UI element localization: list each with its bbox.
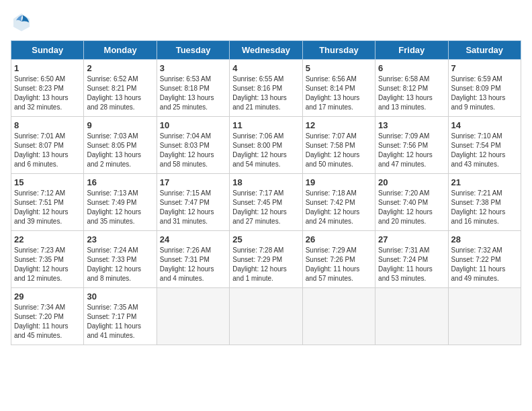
cell-info: Sunrise: 6:55 AMSunset: 8:16 PMDaylight:… bbox=[232, 75, 299, 112]
day-cell: 26Sunrise: 7:29 AMSunset: 7:26 PMDayligh… bbox=[302, 231, 375, 288]
day-number: 6 bbox=[378, 63, 445, 73]
day-cell: 18Sunrise: 7:17 AMSunset: 7:45 PMDayligh… bbox=[230, 174, 302, 231]
page-header bbox=[11, 11, 521, 32]
cell-info: Sunrise: 7:01 AMSunset: 8:07 PMDaylight:… bbox=[14, 132, 81, 169]
cell-info: Sunrise: 7:04 AMSunset: 8:03 PMDaylight:… bbox=[160, 132, 226, 169]
day-number: 17 bbox=[160, 177, 226, 187]
col-header-saturday: Saturday bbox=[448, 41, 521, 60]
cell-info: Sunrise: 7:07 AMSunset: 7:58 PMDaylight:… bbox=[306, 132, 372, 169]
week-row-4: 22Sunrise: 7:23 AMSunset: 7:35 PMDayligh… bbox=[11, 231, 521, 288]
day-cell: 28Sunrise: 7:32 AMSunset: 7:22 PMDayligh… bbox=[448, 231, 521, 288]
cell-info: Sunrise: 7:06 AMSunset: 8:00 PMDaylight:… bbox=[232, 132, 299, 169]
day-cell: 5Sunrise: 6:56 AMSunset: 8:14 PMDaylight… bbox=[302, 60, 375, 117]
day-cell: 16Sunrise: 7:13 AMSunset: 7:49 PMDayligh… bbox=[84, 174, 157, 231]
day-cell: 12Sunrise: 7:07 AMSunset: 7:58 PMDayligh… bbox=[302, 117, 375, 174]
logo bbox=[11, 11, 35, 32]
week-row-1: 1Sunrise: 6:50 AMSunset: 8:23 PMDaylight… bbox=[11, 60, 521, 117]
day-cell: 3Sunrise: 6:53 AMSunset: 8:18 PMDaylight… bbox=[157, 60, 229, 117]
day-number: 8 bbox=[14, 120, 81, 130]
day-cell: 14Sunrise: 7:10 AMSunset: 7:54 PMDayligh… bbox=[448, 117, 521, 174]
day-number: 14 bbox=[451, 120, 518, 130]
day-cell: 29Sunrise: 7:34 AMSunset: 7:20 PMDayligh… bbox=[11, 288, 84, 345]
cell-info: Sunrise: 6:58 AMSunset: 8:12 PMDaylight:… bbox=[378, 75, 445, 112]
day-number: 19 bbox=[306, 177, 372, 187]
day-number: 20 bbox=[378, 177, 445, 187]
day-number: 4 bbox=[232, 63, 299, 73]
day-cell: 13Sunrise: 7:09 AMSunset: 7:56 PMDayligh… bbox=[375, 117, 448, 174]
col-header-sunday: Sunday bbox=[11, 41, 84, 60]
day-cell: 25Sunrise: 7:28 AMSunset: 7:29 PMDayligh… bbox=[230, 231, 302, 288]
cell-info: Sunrise: 7:35 AMSunset: 7:17 PMDaylight:… bbox=[87, 303, 153, 340]
day-number: 23 bbox=[87, 234, 153, 244]
day-cell: 23Sunrise: 7:24 AMSunset: 7:33 PMDayligh… bbox=[84, 231, 157, 288]
week-row-3: 15Sunrise: 7:12 AMSunset: 7:51 PMDayligh… bbox=[11, 174, 521, 231]
cell-info: Sunrise: 6:59 AMSunset: 8:09 PMDaylight:… bbox=[451, 75, 518, 112]
cell-info: Sunrise: 7:31 AMSunset: 7:24 PMDaylight:… bbox=[378, 246, 445, 283]
week-row-5: 29Sunrise: 7:34 AMSunset: 7:20 PMDayligh… bbox=[11, 288, 521, 345]
day-number: 2 bbox=[87, 63, 153, 73]
cell-info: Sunrise: 7:03 AMSunset: 8:05 PMDaylight:… bbox=[87, 132, 153, 169]
day-cell: 15Sunrise: 7:12 AMSunset: 7:51 PMDayligh… bbox=[11, 174, 84, 231]
week-row-2: 8Sunrise: 7:01 AMSunset: 8:07 PMDaylight… bbox=[11, 117, 521, 174]
col-header-monday: Monday bbox=[84, 41, 157, 60]
cell-info: Sunrise: 7:18 AMSunset: 7:42 PMDaylight:… bbox=[306, 189, 372, 226]
col-header-friday: Friday bbox=[375, 41, 448, 60]
day-number: 27 bbox=[378, 234, 445, 244]
cell-info: Sunrise: 7:13 AMSunset: 7:49 PMDaylight:… bbox=[87, 189, 153, 226]
day-number: 7 bbox=[451, 63, 518, 73]
day-number: 22 bbox=[14, 234, 81, 244]
day-cell: 17Sunrise: 7:15 AMSunset: 7:47 PMDayligh… bbox=[157, 174, 229, 231]
day-cell: 6Sunrise: 6:58 AMSunset: 8:12 PMDaylight… bbox=[375, 60, 448, 117]
cell-info: Sunrise: 7:12 AMSunset: 7:51 PMDaylight:… bbox=[14, 189, 81, 226]
day-cell: 21Sunrise: 7:21 AMSunset: 7:38 PMDayligh… bbox=[448, 174, 521, 231]
day-cell: 4Sunrise: 6:55 AMSunset: 8:16 PMDaylight… bbox=[230, 60, 302, 117]
cell-info: Sunrise: 7:23 AMSunset: 7:35 PMDaylight:… bbox=[14, 246, 81, 283]
day-cell: 27Sunrise: 7:31 AMSunset: 7:24 PMDayligh… bbox=[375, 231, 448, 288]
day-number: 25 bbox=[232, 234, 299, 244]
cell-info: Sunrise: 7:28 AMSunset: 7:29 PMDaylight:… bbox=[232, 246, 299, 283]
cell-info: Sunrise: 7:17 AMSunset: 7:45 PMDaylight:… bbox=[232, 189, 299, 226]
day-cell: 2Sunrise: 6:52 AMSunset: 8:21 PMDaylight… bbox=[84, 60, 157, 117]
day-number: 18 bbox=[232, 177, 299, 187]
day-cell: 8Sunrise: 7:01 AMSunset: 8:07 PMDaylight… bbox=[11, 117, 84, 174]
day-cell bbox=[302, 288, 375, 345]
logo-icon bbox=[11, 11, 32, 32]
day-cell: 10Sunrise: 7:04 AMSunset: 8:03 PMDayligh… bbox=[157, 117, 229, 174]
cell-info: Sunrise: 7:09 AMSunset: 7:56 PMDaylight:… bbox=[378, 132, 445, 169]
day-cell bbox=[157, 288, 229, 345]
cell-info: Sunrise: 6:50 AMSunset: 8:23 PMDaylight:… bbox=[14, 75, 81, 112]
day-number: 28 bbox=[451, 234, 518, 244]
day-number: 1 bbox=[14, 63, 81, 73]
cell-info: Sunrise: 7:15 AMSunset: 7:47 PMDaylight:… bbox=[160, 189, 226, 226]
day-cell: 24Sunrise: 7:26 AMSunset: 7:31 PMDayligh… bbox=[157, 231, 229, 288]
day-number: 11 bbox=[232, 120, 299, 130]
day-cell: 19Sunrise: 7:18 AMSunset: 7:42 PMDayligh… bbox=[302, 174, 375, 231]
day-number: 29 bbox=[14, 291, 81, 302]
cell-info: Sunrise: 7:32 AMSunset: 7:22 PMDaylight:… bbox=[451, 246, 518, 283]
day-number: 5 bbox=[306, 63, 372, 73]
day-number: 21 bbox=[451, 177, 518, 187]
day-cell bbox=[375, 288, 448, 345]
day-number: 24 bbox=[160, 234, 226, 244]
cell-info: Sunrise: 6:53 AMSunset: 8:18 PMDaylight:… bbox=[160, 75, 226, 112]
cell-info: Sunrise: 6:56 AMSunset: 8:14 PMDaylight:… bbox=[306, 75, 372, 112]
day-cell: 1Sunrise: 6:50 AMSunset: 8:23 PMDaylight… bbox=[11, 60, 84, 117]
cell-info: Sunrise: 7:29 AMSunset: 7:26 PMDaylight:… bbox=[306, 246, 372, 283]
col-header-tuesday: Tuesday bbox=[157, 41, 229, 60]
day-cell: 20Sunrise: 7:20 AMSunset: 7:40 PMDayligh… bbox=[375, 174, 448, 231]
day-number: 26 bbox=[306, 234, 372, 244]
day-cell: 30Sunrise: 7:35 AMSunset: 7:17 PMDayligh… bbox=[84, 288, 157, 345]
day-cell: 22Sunrise: 7:23 AMSunset: 7:35 PMDayligh… bbox=[11, 231, 84, 288]
cell-info: Sunrise: 7:26 AMSunset: 7:31 PMDaylight:… bbox=[160, 246, 226, 283]
col-header-thursday: Thursday bbox=[302, 41, 375, 60]
day-number: 15 bbox=[14, 177, 81, 187]
day-number: 3 bbox=[160, 63, 226, 73]
day-cell bbox=[230, 288, 302, 345]
day-number: 30 bbox=[87, 291, 153, 302]
cell-info: Sunrise: 7:10 AMSunset: 7:54 PMDaylight:… bbox=[451, 132, 518, 169]
day-cell bbox=[448, 288, 521, 345]
day-number: 16 bbox=[87, 177, 153, 187]
col-header-wednesday: Wednesday bbox=[230, 41, 302, 60]
day-number: 9 bbox=[87, 120, 153, 130]
cell-info: Sunrise: 7:21 AMSunset: 7:38 PMDaylight:… bbox=[451, 189, 518, 226]
